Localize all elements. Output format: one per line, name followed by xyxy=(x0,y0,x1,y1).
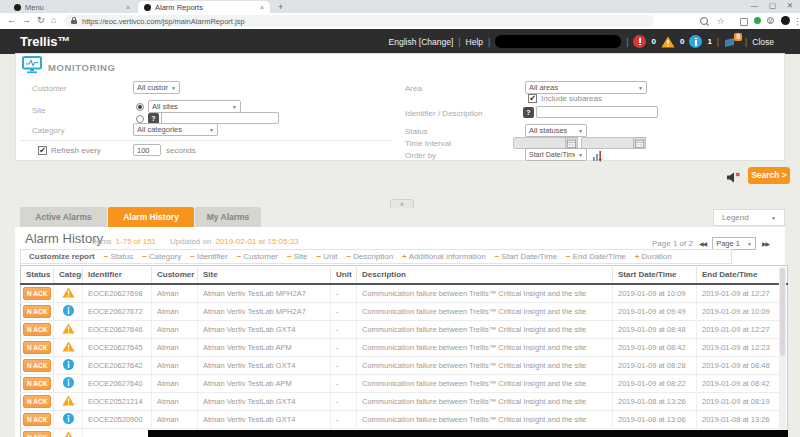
critical-alarm-count: 0 xyxy=(651,37,655,46)
site-search-radio[interactable] xyxy=(136,115,144,123)
calendar-icon[interactable] xyxy=(633,137,646,149)
order-by-select[interactable]: Start Date/Time ▼ xyxy=(525,148,587,161)
window-close-button[interactable]: ✕ xyxy=(787,1,793,10)
order-by-label: Order by xyxy=(405,151,436,160)
chevron-down-icon: ▼ xyxy=(771,215,776,221)
suppressed-alarms-icon[interactable]: 0 xyxy=(724,35,740,48)
column-header-identifier[interactable]: Identifier xyxy=(83,266,152,285)
customize-report-item[interactable]: − Identifier xyxy=(190,252,227,261)
window-minimize-button[interactable]: — xyxy=(751,1,759,10)
help-link[interactable]: Help xyxy=(466,37,483,47)
status-badge: N ACK xyxy=(23,323,51,336)
area-select[interactable]: All areas ▼ xyxy=(525,81,647,94)
identifier-help-button[interactable]: ? xyxy=(523,107,534,118)
collapse-panel-button[interactable]: ∧ xyxy=(390,199,414,208)
warning-alarm-icon[interactable] xyxy=(661,36,675,48)
scrollbar-thumb[interactable] xyxy=(780,268,785,356)
bookmark-star-icon[interactable]: ☆ xyxy=(717,16,725,26)
column-header-category[interactable]: Category xyxy=(54,266,83,285)
customize-report-item[interactable]: + Additional information xyxy=(402,252,486,261)
forward-icon[interactable]: → xyxy=(22,15,31,25)
language-link[interactable]: English [Change] xyxy=(389,37,454,47)
browser-profile-avatar[interactable] xyxy=(781,16,790,25)
column-header-status[interactable]: Status xyxy=(21,266,54,285)
tab-alarm-history[interactable]: Alarm History xyxy=(108,207,194,227)
status-badge: N ACK xyxy=(23,359,51,372)
customize-item-label: Unit xyxy=(323,252,337,261)
info-alarm-icon[interactable] xyxy=(689,35,702,48)
customize-report-item[interactable]: − Start Date/Time xyxy=(495,252,557,261)
window-maximize-button[interactable]: ▢ xyxy=(769,1,776,10)
table-row[interactable]: N ACK EOCE20627642 Atman Atman Vertiv Te… xyxy=(21,357,788,375)
table-scrollbar[interactable] xyxy=(779,267,786,436)
column-header-end[interactable]: End Date/Time xyxy=(697,266,788,285)
category-icon xyxy=(62,399,75,408)
customize-report-item[interactable]: − End Date/Time xyxy=(566,252,626,261)
tab-my-alarms[interactable]: My Alarms xyxy=(195,207,261,227)
back-icon[interactable]: ← xyxy=(7,15,16,25)
cell-customer: Atman xyxy=(152,411,198,429)
customize-report-item[interactable]: + Duration xyxy=(635,252,672,261)
previous-page-icon[interactable]: ◀◀ xyxy=(699,240,706,247)
include-subareas-checkbox[interactable]: ✔ xyxy=(528,94,537,103)
customize-report-item[interactable]: − Description xyxy=(346,252,393,261)
home-icon[interactable]: ⌂ xyxy=(51,15,56,25)
customize-report-items: − Status − Category − Identifier − Custo… xyxy=(104,252,672,261)
table-row[interactable]: N ACK EOCE20627672 Atman Atman Vertiv Te… xyxy=(21,303,788,321)
tab-close-icon[interactable]: × xyxy=(260,4,264,11)
refresh-checkbox[interactable]: ✔ xyxy=(38,146,47,155)
refresh-seconds-input[interactable] xyxy=(133,144,161,156)
customize-report-item[interactable]: − Unit xyxy=(316,252,337,261)
category-icon xyxy=(63,381,74,390)
customize-report-item[interactable]: − Status xyxy=(104,252,133,261)
browser-tab-menu[interactable]: Menu × xyxy=(8,1,136,13)
column-header-unit[interactable]: Unit xyxy=(331,266,357,285)
chevron-down-icon: ▼ xyxy=(232,104,237,110)
chevron-down-icon: ▼ xyxy=(209,127,214,133)
column-header-site[interactable]: Site xyxy=(198,266,331,285)
tab-close-icon[interactable]: × xyxy=(126,4,130,11)
cell-description: Communication failure between Trellis™ C… xyxy=(357,393,613,411)
search-button[interactable]: Search > xyxy=(748,167,790,184)
brand-logo: Trellis™ xyxy=(20,29,71,54)
column-header-description[interactable]: Description xyxy=(357,266,613,285)
category-select[interactable]: All categories ▼ xyxy=(133,123,218,136)
sort-direction-icon[interactable] xyxy=(592,148,603,166)
customize-report-item[interactable]: − Category xyxy=(142,252,181,261)
cell-identifier: EOCE20627640 xyxy=(83,375,152,393)
customize-item-label: Category xyxy=(149,252,181,261)
cell-description: Communication failure between Trellis™ C… xyxy=(357,321,613,339)
cell-customer: Atman xyxy=(152,303,198,321)
mute-audio-icon[interactable] xyxy=(727,170,741,188)
legend-dropdown[interactable]: Legend ▼ xyxy=(713,209,785,226)
table-row[interactable]: N ACK EOCE20521214 Atman Atman Vertiv Te… xyxy=(21,393,788,411)
table-row[interactable]: N ACK EOCE20627640 Atman Atman Vertiv Te… xyxy=(21,375,788,393)
new-tab-button[interactable]: + xyxy=(278,2,283,12)
next-page-icon[interactable]: ▶▶ xyxy=(762,240,769,247)
critical-alarm-icon[interactable] xyxy=(633,35,646,48)
browser-tab-alarm-reports[interactable]: Alarm Reports × xyxy=(138,1,270,13)
table-row[interactable]: N ACK EOCE20627698 Atman Atman Vertiv Te… xyxy=(21,284,788,303)
lock-icon xyxy=(71,20,77,24)
browser-menu-icon[interactable]: ⋮ xyxy=(793,16,800,26)
status-select[interactable]: All statuses ▼ xyxy=(525,124,587,137)
extension-v-icon[interactable]: V xyxy=(767,17,774,24)
customize-report-item[interactable]: − Customer xyxy=(237,252,278,261)
table-row[interactable]: N ACK EOCE20627646 Atman Atman Vertiv Te… xyxy=(21,321,788,339)
column-header-start[interactable]: Start Date/Time xyxy=(613,266,697,285)
table-row[interactable]: N ACK EOCE20627645 Atman Atman Vertiv Te… xyxy=(21,339,788,357)
address-bar-input[interactable]: https://eoc.vertivco.com/jsp/mainAlarmRe… xyxy=(64,15,654,27)
column-header-customer[interactable]: Customer xyxy=(152,266,198,285)
customer-select[interactable]: All customers ▼ xyxy=(133,81,180,94)
table-row[interactable]: N ACK EOCE20520900 Atman Atman Vertiv Te… xyxy=(21,411,788,429)
reload-icon[interactable]: ↻ xyxy=(37,15,45,25)
tab-active-alarms[interactable]: Active Alarms xyxy=(20,207,107,227)
extension-green-icon[interactable] xyxy=(754,17,761,24)
search-icon[interactable] xyxy=(700,17,708,25)
identifier-input[interactable] xyxy=(536,106,658,118)
close-link[interactable]: Close xyxy=(752,37,774,47)
site-all-radio[interactable] xyxy=(136,103,144,111)
extension-icon[interactable] xyxy=(740,18,748,26)
customize-report-item[interactable]: − Site xyxy=(287,252,307,261)
monitoring-title: MONITORING xyxy=(48,62,116,73)
